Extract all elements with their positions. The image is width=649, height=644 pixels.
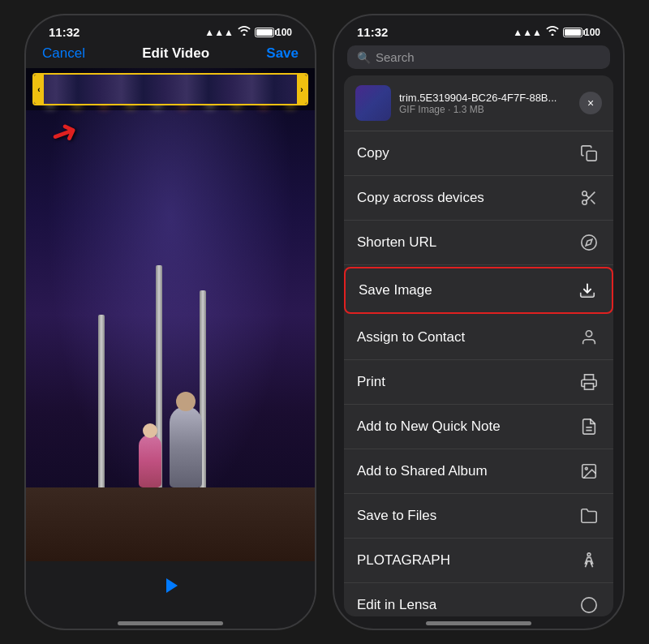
- video-container: ‹ › ➜: [26, 68, 315, 561]
- figure-child: [139, 435, 161, 487]
- compass-icon: [578, 231, 600, 254]
- menu-item-copy-across-label: Copy across devices: [357, 190, 578, 206]
- menu-item-plotagraph-label: PLOTAGRAPH: [357, 552, 578, 569]
- svg-point-16: [585, 467, 587, 470]
- folder-icon: [578, 504, 600, 527]
- play-button[interactable]: [156, 571, 185, 600]
- time-right: 11:32: [357, 25, 388, 39]
- svg-rect-10: [581, 295, 595, 298]
- page-title: Edit Video: [142, 45, 209, 62]
- menu-item-edit-lensa[interactable]: Edit in Lensa: [344, 583, 613, 616]
- svg-point-2: [582, 200, 587, 205]
- search-bar[interactable]: 🔍 Search: [334, 42, 623, 75]
- menu-item-save-files-label: Save to Files: [357, 508, 578, 524]
- figure-icon: [578, 549, 600, 572]
- right-phone: 11:32 ▲▲▲ 100 🔍 Search trim.5: [333, 14, 625, 630]
- menu-item-save-image[interactable]: Save Image: [344, 267, 613, 314]
- menu-item-print[interactable]: Print: [344, 360, 613, 405]
- battery-label-right: 100: [584, 27, 600, 38]
- menu-item-assign-contact[interactable]: Assign to Contact: [344, 316, 613, 360]
- wifi-icon: [238, 26, 251, 38]
- menu-item-print-label: Print: [357, 374, 578, 390]
- strip-track[interactable]: ‹ ›: [32, 73, 308, 105]
- menu-item-quick-note[interactable]: Add to New Quick Note: [344, 405, 613, 449]
- strip-handle-right[interactable]: ›: [297, 75, 307, 104]
- menu-item-shared-album-label: Add to Shared Album: [357, 463, 578, 479]
- svg-rect-12: [585, 384, 594, 389]
- search-icon: 🔍: [357, 51, 371, 64]
- search-inner[interactable]: 🔍 Search: [347, 45, 610, 69]
- svg-rect-0: [587, 151, 596, 161]
- share-filename: trim.5E319904-BC26-4F7F-88B...: [399, 92, 571, 104]
- menu-item-save-image-label: Save Image: [359, 282, 576, 298]
- ground: [26, 487, 315, 561]
- wifi-icon-right: [546, 26, 559, 38]
- menu-item-copy-across[interactable]: Copy across devices: [344, 176, 613, 221]
- share-menu-list: Copy Copy across devices: [344, 131, 613, 616]
- share-filesize: GIF Image · 1.3 MB: [399, 104, 571, 115]
- svg-line-4: [591, 200, 595, 204]
- status-icons-right: ▲▲▲ 100: [513, 26, 600, 38]
- menu-item-copy[interactable]: Copy: [344, 131, 613, 176]
- printer-icon: [578, 371, 600, 393]
- save-button[interactable]: Save: [266, 45, 299, 62]
- battery-label-left: 100: [276, 27, 292, 38]
- signal-icon-right: ▲▲▲: [513, 27, 542, 38]
- video-bottom-bar: [26, 561, 315, 616]
- status-bar-left: 11:32 ▲▲▲ 100: [26, 15, 315, 42]
- battery-left: 100: [255, 27, 292, 38]
- status-icons-left: ▲▲▲ 100: [204, 26, 292, 38]
- person-icon: [578, 326, 600, 349]
- menu-item-quick-note-label: Add to New Quick Note: [357, 419, 578, 435]
- strip-handle-left[interactable]: ‹: [34, 75, 44, 104]
- circle-icon: [578, 594, 600, 616]
- timeline-strip[interactable]: ‹ ›: [26, 68, 315, 110]
- scissors-icon: [578, 187, 600, 209]
- search-placeholder: Search: [376, 50, 415, 64]
- nav-bar-left: Cancel Edit Video Save: [26, 42, 315, 68]
- battery-right: 100: [563, 27, 600, 38]
- svg-point-1: [582, 191, 587, 196]
- menu-item-shorten-url-label: Shorten URL: [357, 234, 578, 251]
- copy-icon: [578, 142, 600, 165]
- svg-line-5: [586, 195, 589, 198]
- menu-item-edit-lensa-label: Edit in Lensa: [357, 597, 578, 613]
- svg-point-6: [582, 235, 596, 250]
- play-icon: [166, 578, 178, 593]
- menu-item-plotagraph[interactable]: PLOTAGRAPH: [344, 539, 613, 583]
- menu-item-save-files[interactable]: Save to Files: [344, 494, 613, 539]
- left-phone: 11:32 ▲▲▲ 100 Cancel Edit Video Save: [24, 14, 316, 630]
- menu-item-assign-contact-label: Assign to Contact: [357, 329, 578, 346]
- svg-marker-7: [586, 239, 592, 246]
- svg-point-17: [587, 553, 591, 556]
- cancel-button[interactable]: Cancel: [42, 45, 85, 62]
- figures-group: [139, 406, 202, 487]
- home-indicator-right[interactable]: [426, 621, 531, 625]
- share-thumbnail: [355, 85, 391, 121]
- status-bar-right: 11:32 ▲▲▲ 100: [334, 15, 623, 42]
- menu-item-shared-album[interactable]: Add to Shared Album: [344, 449, 613, 494]
- menu-item-copy-label: Copy: [357, 145, 578, 161]
- save-image-icon: [576, 279, 599, 302]
- share-header: trim.5E319904-BC26-4F7F-88B... GIF Image…: [344, 75, 613, 131]
- share-close-button[interactable]: ×: [579, 92, 602, 114]
- note-icon: [578, 415, 600, 438]
- time-left: 11:32: [49, 25, 80, 39]
- signal-icon: ▲▲▲: [204, 27, 234, 38]
- menu-item-shorten-url[interactable]: Shorten URL: [344, 221, 613, 265]
- figure-adult: [170, 406, 202, 487]
- album-icon: [578, 460, 600, 483]
- share-file-info: trim.5E319904-BC26-4F7F-88B... GIF Image…: [399, 92, 571, 115]
- svg-point-18: [582, 598, 596, 612]
- home-indicator-left[interactable]: [118, 621, 223, 625]
- svg-point-11: [586, 331, 591, 337]
